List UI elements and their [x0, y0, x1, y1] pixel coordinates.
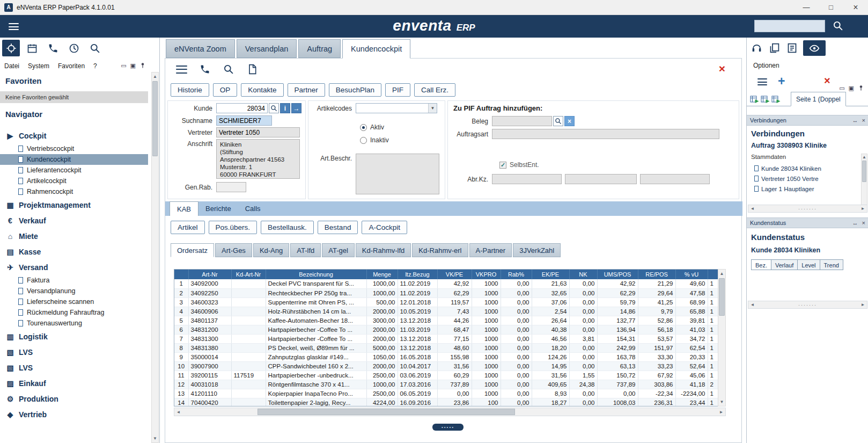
tab-kd-rahmv-lfd[interactable]: Kd-Rahmv-lfd: [356, 243, 411, 257]
eye-icon[interactable]: [803, 40, 826, 56]
pin-icon[interactable]: [139, 62, 146, 69]
kunde-search-icon[interactable]: [269, 103, 279, 113]
column-header-item[interactable]: [174, 270, 188, 279]
table-new-icon[interactable]: [750, 95, 759, 104]
auftragsart-input[interactable]: [492, 129, 719, 139]
table-row[interactable]: 434600906Holz-Rührstäbchen 14 cm la...20…: [174, 307, 718, 316]
call-erz-button[interactable]: Call Erz.: [414, 83, 455, 97]
selbstent-checkbox[interactable]: ✓: [499, 162, 506, 169]
table-row[interactable]: 935000014Zahnputzglas glasklar #149...10…: [174, 352, 718, 361]
global-search-icon[interactable]: [833, 20, 843, 31]
close-section-icon[interactable]: ×: [862, 220, 865, 226]
table-vertical-scrollbar[interactable]: ▲ ▼: [718, 269, 726, 406]
op-button[interactable]: OP: [213, 83, 238, 97]
tab-at-gel[interactable]: AT-gel: [322, 243, 355, 257]
column-header-kd-art-nr[interactable]: Kd-Art-Nr: [231, 270, 266, 279]
scroll-right-icon[interactable]: ►: [717, 408, 725, 416]
column-header-art-nr[interactable]: Art-Nr: [188, 270, 231, 279]
new-document-icon[interactable]: [246, 63, 259, 76]
scroll-down-icon[interactable]: ▼: [718, 398, 725, 406]
menu-hamburger-icon[interactable]: [9, 23, 19, 30]
nav-item-artikelcockpit[interactable]: Artikelcockpit: [0, 176, 148, 186]
resize-icon[interactable]: ↔: [852, 220, 858, 226]
menu-favoriten[interactable]: Favoriten: [58, 62, 85, 70]
close-cockpit-icon[interactable]: ×: [719, 63, 725, 75]
kunde-goto-icon[interactable]: →: [291, 103, 301, 113]
abrkz-input-1[interactable]: [492, 174, 562, 184]
headset-icon[interactable]: [750, 42, 763, 55]
connection-item-vertreter-1050-vertre[interactable]: Vertreter 1050 Vertre: [754, 173, 854, 184]
table-import-icon[interactable]: [761, 95, 770, 104]
compass-icon[interactable]: [2, 40, 20, 56]
nav-item-lieferscheine-scannen[interactable]: Lieferscheine scannen: [0, 296, 148, 307]
scroll-right-icon[interactable]: ►: [859, 301, 867, 308]
anschrift-textarea[interactable]: Kliniken (Stiftung Ansprechpartner 41563…: [216, 139, 300, 179]
scroll-up-icon[interactable]: ▲: [152, 72, 158, 81]
tab-kd-rahmv-erl[interactable]: Kd-Rahmv-erl: [412, 243, 468, 257]
table-row[interactable]: 534801137Kaffee-Automaten-Becher 18...30…: [174, 316, 718, 325]
a-cockpit-button[interactable]: A-Cockpit: [362, 221, 407, 234]
scrollbar-thumb[interactable]: [862, 161, 866, 182]
tab-kundencockpit[interactable]: Kundencockpit: [342, 39, 410, 59]
search-icon[interactable]: [222, 63, 235, 76]
scrollbar-thumb[interactable]: [719, 278, 725, 316]
nav-item-verkauf[interactable]: €Verkauf: [0, 213, 148, 228]
table-row[interactable]: 134092000Deckel PVC transparent für S...…: [174, 279, 718, 288]
scroll-up-icon[interactable]: ▲: [862, 154, 867, 160]
kunde-info-icon[interactable]: i: [280, 103, 290, 113]
besuchplan-button[interactable]: BesuchPlan: [329, 83, 381, 97]
clock-icon[interactable]: [65, 40, 83, 56]
tab-verlauf[interactable]: Verlauf: [771, 259, 798, 270]
scrollbar-thumb[interactable]: [258, 409, 515, 415]
column-header-ums-pos[interactable]: UMS/POS: [597, 270, 638, 279]
page-tab[interactable]: Seite 1 (Doppel: [791, 92, 846, 106]
phone-icon[interactable]: [198, 63, 211, 76]
artikelcodes-select[interactable]: ▼: [356, 103, 437, 113]
kunde-input[interactable]: [216, 103, 268, 113]
close-button[interactable]: ×: [843, 0, 868, 14]
kundenstatus-hscrollbar[interactable]: ◄ ······· ►: [748, 301, 867, 309]
menu-datei[interactable]: Datei: [4, 62, 19, 70]
column-header-vkpro[interactable]: VKPRO: [472, 270, 501, 279]
column-header-vk-pe[interactable]: VK/PE: [437, 270, 472, 279]
vertreter-input[interactable]: [216, 127, 300, 137]
add-page-icon[interactable]: +: [778, 74, 785, 89]
pif-button[interactable]: PIF: [385, 83, 410, 97]
table-row[interactable]: 1470400420Toilettenpapier 2-lagig, Recy.…: [174, 398, 718, 406]
nav-item-vertriebscockpit[interactable]: Vertriebscockpit: [0, 143, 148, 154]
tab-level[interactable]: Level: [797, 259, 820, 270]
menu-system[interactable]: System: [28, 62, 49, 70]
tab-at-lfd[interactable]: AT-lfd: [290, 243, 321, 257]
scroll-up-icon[interactable]: ▲: [718, 270, 725, 278]
nav-item-versandplanung[interactable]: Versandplanung: [0, 286, 148, 296]
auftrag-link[interactable]: Auftrag 3308903 Klinike: [751, 142, 853, 149]
panel-window-icon[interactable]: ▣: [130, 62, 136, 69]
scroll-left-icon[interactable]: ◄: [748, 205, 756, 212]
tab-ordersatz[interactable]: Ordersatz: [171, 243, 214, 257]
column-header-menge[interactable]: Menge: [366, 270, 398, 279]
table-row[interactable]: 734831300Hartpapierbecher -Coffee To ...…: [174, 334, 718, 343]
panel-minimize-icon[interactable]: ▭: [121, 62, 126, 69]
connection-item-lager-1-hauptlager[interactable]: Lager 1 Hauptlager: [754, 184, 854, 194]
bestand-button[interactable]: Bestand: [318, 221, 358, 234]
aktiv-radio[interactable]: Aktiv: [360, 124, 384, 131]
close-options-icon[interactable]: ×: [824, 75, 830, 87]
abrkz-input-3[interactable]: [640, 174, 710, 184]
tab-3jverkzahl[interactable]: 3JVerkZahl: [513, 243, 561, 257]
minimize-button[interactable]: —: [794, 0, 819, 14]
column-header-nk[interactable]: NK: [569, 270, 597, 279]
menu-help[interactable]: ?: [93, 62, 97, 70]
resize-icon[interactable]: ↔: [852, 117, 858, 124]
search-icon[interactable]: [86, 40, 104, 56]
table-horizontal-scrollbar[interactable]: ◄ ►: [174, 408, 726, 416]
nav-item-kundencockpit[interactable]: Kundencockpit: [0, 154, 148, 165]
report-icon[interactable]: [785, 42, 798, 55]
tab-versandplan[interactable]: Versandplan: [237, 39, 297, 58]
column-header-item[interactable]: [708, 270, 718, 279]
copy-icon[interactable]: [768, 42, 781, 55]
beleg-input[interactable]: [492, 116, 552, 126]
bestellausk-button[interactable]: Bestellausk.: [261, 221, 314, 234]
nav-item-faktura[interactable]: Faktura: [0, 275, 148, 286]
nav-item-produktion[interactable]: ⚙Produktion: [0, 391, 148, 406]
nav-item-versand[interactable]: ✈Versand: [0, 259, 148, 275]
